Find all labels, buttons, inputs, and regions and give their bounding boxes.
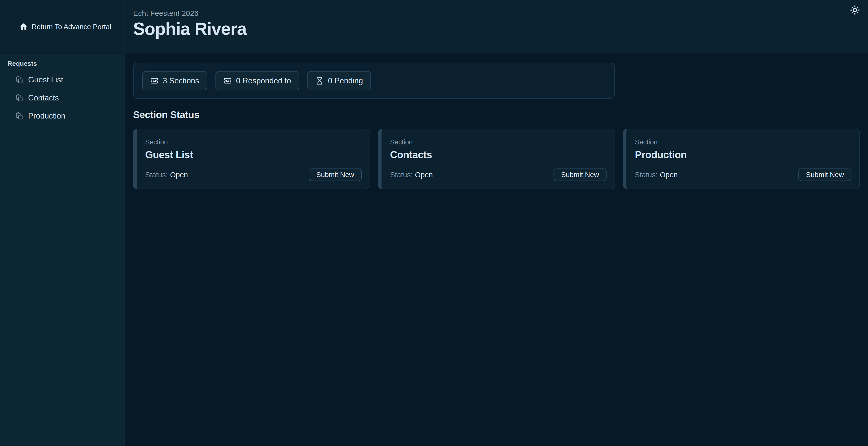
submit-new-button[interactable]: Submit New — [309, 168, 362, 181]
status-label: Status: — [390, 171, 413, 179]
stat-label: 0 Pending — [328, 76, 363, 85]
section-status-heading: Section Status — [133, 110, 860, 120]
clipboard-copy-icon — [15, 75, 24, 84]
card-footer: Status:Open Submit New — [145, 168, 362, 181]
section-card-production: Section Production Status:Open Submit Ne… — [623, 129, 860, 189]
section-cards: Section Guest List Status:Open Submit Ne… — [133, 129, 860, 189]
page-title-person-name: Sophia Rivera — [133, 20, 868, 38]
sidebar-group-label: Requests — [7, 60, 119, 67]
theme-toggle-button[interactable] — [849, 4, 861, 16]
status-label: Status: — [145, 171, 168, 179]
section-card-contacts: Section Contacts Status:Open Submit New — [378, 129, 615, 189]
status-label: Status: — [635, 171, 657, 179]
status-badge: Open — [170, 171, 188, 179]
card-footer: Status:Open Submit New — [635, 168, 851, 181]
submit-new-button[interactable]: Submit New — [554, 168, 607, 181]
stats-panel: 3 Sections 0 Responded to — [133, 63, 615, 99]
body-row: Requests Guest List — [0, 54, 868, 446]
header: Return To Advance Portal Echt Feesten! 2… — [0, 0, 868, 54]
status-badge: Open — [660, 171, 678, 179]
sidebar-item-label: Contacts — [28, 93, 59, 102]
sidebar-nav: Guest List Contacts — [7, 71, 119, 125]
card-title: Contacts — [390, 150, 607, 160]
home-icon — [20, 23, 28, 31]
clipboard-copy-icon — [15, 94, 24, 102]
return-portal-link[interactable]: Return To Advance Portal — [20, 23, 111, 31]
return-portal-label: Return To Advance Portal — [32, 23, 111, 31]
sidebar-item-contacts[interactable]: Contacts — [7, 89, 119, 107]
header-sidebar-zone: Return To Advance Portal — [0, 0, 125, 54]
status-line: Status:Open — [390, 171, 433, 179]
card-kicker: Section — [145, 139, 362, 146]
sidebar-item-label: Production — [28, 112, 65, 121]
ticket-icon — [150, 76, 158, 85]
status-line: Status:Open — [635, 171, 678, 179]
sidebar-item-guest-list[interactable]: Guest List — [7, 71, 119, 89]
card-footer: Status:Open Submit New — [390, 168, 607, 181]
submit-new-button[interactable]: Submit New — [799, 168, 851, 181]
sidebar-item-label: Guest List — [28, 75, 63, 84]
stat-pending-button[interactable]: 0 Pending — [307, 71, 371, 90]
main-content: 3 Sections 0 Responded to — [125, 54, 868, 446]
sun-icon — [850, 5, 860, 15]
event-name: Echt Feesten! 2026 — [133, 9, 868, 17]
hourglass-icon — [315, 76, 324, 85]
card-title: Guest List — [145, 150, 362, 160]
header-main-zone: Echt Feesten! 2026 Sophia Rivera — [125, 0, 868, 54]
card-title: Production — [635, 150, 851, 160]
sidebar: Requests Guest List — [0, 54, 125, 446]
sidebar-item-production[interactable]: Production — [7, 107, 119, 125]
status-line: Status:Open — [145, 171, 188, 179]
stat-responded-button[interactable]: 0 Responded to — [216, 71, 299, 90]
card-kicker: Section — [635, 139, 851, 146]
stat-label: 3 Sections — [163, 76, 199, 85]
section-card-guest-list: Section Guest List Status:Open Submit Ne… — [133, 129, 370, 189]
ticket-icon — [223, 76, 232, 85]
stat-label: 0 Responded to — [236, 76, 291, 85]
stat-sections-button[interactable]: 3 Sections — [142, 71, 207, 90]
card-kicker: Section — [390, 139, 607, 146]
clipboard-copy-icon — [15, 112, 24, 120]
status-badge: Open — [415, 171, 433, 179]
